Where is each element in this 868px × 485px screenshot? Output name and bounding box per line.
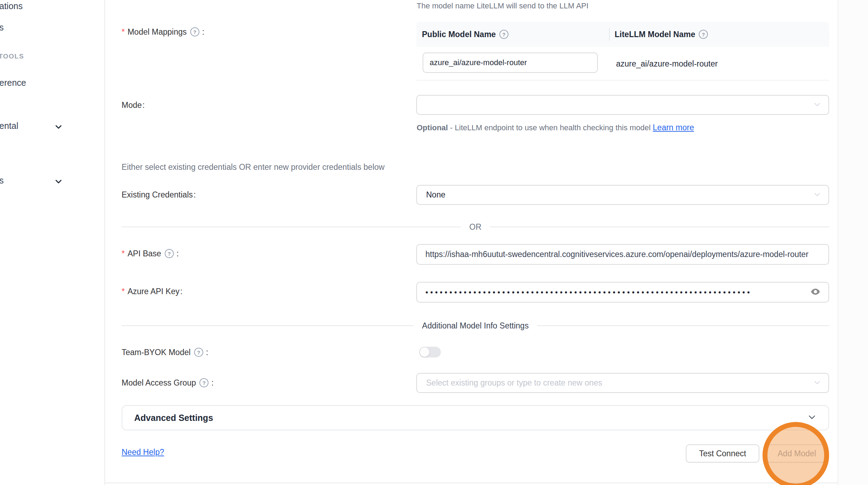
or-divider: OR [122, 222, 829, 231]
need-help-link[interactable]: Need Help? [122, 448, 164, 457]
advanced-settings-panel[interactable]: Advanced Settings [122, 405, 829, 430]
highlight-circle-annotation [763, 422, 829, 485]
required-asterisk: * [122, 27, 125, 37]
existing-credentials-label: Existing Credentials: [122, 189, 196, 200]
question-circle-icon[interactable]: ? [165, 249, 174, 258]
model-mappings-table: Public Model Name ? LiteLLM Model Name ?… [416, 22, 829, 81]
chevron-down-icon [813, 190, 821, 200]
model-access-group-placeholder: Select existing groups or type to create… [417, 378, 602, 388]
sidebar-item-truncated-3[interactable]: erence [0, 78, 26, 88]
sidebar: ations s TOOLS erence ental s [0, 0, 105, 485]
api-base-input[interactable]: https://ishaa-mh6uutut-swedencentral.cog… [416, 244, 829, 265]
public-model-name-input[interactable] [423, 53, 598, 73]
azure-api-key-label: * Azure API Key : [122, 286, 183, 297]
question-circle-icon[interactable]: ? [194, 348, 203, 357]
team-byok-toggle[interactable] [419, 347, 441, 358]
api-base-label: * API Base ? : [122, 248, 179, 259]
question-circle-icon[interactable]: ? [499, 30, 508, 39]
existing-credentials-select[interactable]: None [416, 185, 829, 205]
table-row: azure_ai/azure-model-router [416, 47, 829, 81]
sidebar-section-tools: TOOLS [0, 53, 24, 60]
page-right-gutter [838, 0, 868, 485]
eye-icon[interactable] [810, 286, 821, 298]
table-header-row: Public Model Name ? LiteLLM Model Name ? [416, 22, 829, 47]
chevron-down-icon[interactable] [807, 413, 816, 423]
model-access-group-label: Model Access Group ? : [122, 377, 214, 388]
team-byok-label: Team-BYOK Model ? : [122, 347, 208, 358]
question-circle-icon[interactable]: ? [199, 378, 209, 387]
add-model-form: The model name LiteLLM will send to the … [105, 0, 838, 485]
litellm-model-name-help: The model name LiteLLM will send to the … [417, 1, 588, 11]
masked-api-key-value: ••••••••••••••••••••••••••••••••••••••••… [417, 288, 788, 297]
additional-info-divider: Additional Model Info Settings [122, 321, 829, 330]
learn-more-link[interactable]: Learn more [653, 123, 694, 132]
chevron-down-icon [813, 378, 821, 388]
column-header-public-model-name: Public Model Name ? [416, 30, 609, 39]
model-mappings-label: * Model Mappings ? : [122, 26, 204, 37]
toggle-knob [420, 347, 429, 357]
azure-api-key-input[interactable]: ••••••••••••••••••••••••••••••••••••••••… [416, 282, 829, 303]
model-access-group-select[interactable]: Select existing groups or type to create… [416, 373, 829, 393]
chevron-down-icon[interactable] [54, 177, 63, 187]
credentials-note: Either select existing credentials OR en… [122, 162, 384, 172]
litellm-model-name-value: azure_ai/azure-model-router [616, 47, 718, 81]
required-asterisk: * [122, 287, 125, 296]
sidebar-item-truncated-2[interactable]: s [0, 22, 4, 33]
header-divider [609, 28, 610, 41]
existing-credentials-value: None [417, 190, 445, 200]
mode-select[interactable] [416, 95, 829, 115]
mode-label: Mode: [122, 99, 145, 111]
card-bottom-border [105, 483, 838, 483]
required-asterisk: * [122, 249, 125, 258]
question-circle-icon[interactable]: ? [699, 30, 708, 39]
advanced-settings-label: Advanced Settings [134, 413, 213, 423]
sidebar-item-truncated-5[interactable]: s [0, 175, 4, 186]
mode-help-text: Optional - LiteLLM endpoint to use when … [417, 120, 705, 135]
chevron-down-icon[interactable] [54, 123, 63, 132]
test-connect-button[interactable]: Test Connect [686, 444, 759, 463]
question-circle-icon[interactable]: ? [190, 27, 199, 36]
sidebar-item-truncated-4[interactable]: ental [0, 121, 18, 131]
column-header-litellm-model-name: LiteLLM Model Name ? [609, 30, 710, 39]
sidebar-item-truncated-1[interactable]: ations [0, 1, 23, 11]
api-base-value: https://ishaa-mh6uutut-swedencentral.cog… [417, 250, 828, 259]
chevron-down-icon [813, 100, 821, 110]
